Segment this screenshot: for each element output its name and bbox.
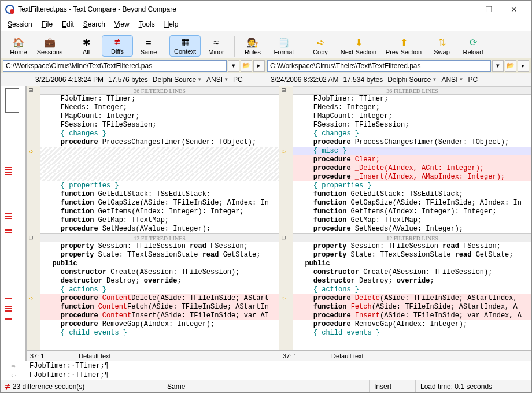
left-size: 17,576 bytes bbox=[108, 76, 148, 84]
code-line[interactable]: procedure Insert(ASide: TFileInSide; var… bbox=[293, 312, 531, 320]
code-line[interactable]: procedure Delete(ASide: TFileInSide; ASt… bbox=[293, 294, 531, 303]
next-section-button[interactable]: ⬇Next Section bbox=[336, 36, 381, 57]
reload-button[interactable]: ⟳Reload bbox=[457, 36, 489, 57]
code-line[interactable]: function GetEditStack: TSsEditStack; bbox=[293, 190, 531, 199]
right-lang-dropdown[interactable]: Delphi Source▼ bbox=[387, 76, 437, 84]
swap-icon: ⇅ bbox=[438, 38, 446, 48]
code-line[interactable]: { changes } bbox=[293, 129, 531, 138]
code-line[interactable]: procedure RemoveGap(AIndex: Integer); bbox=[40, 320, 279, 329]
code-line[interactable]: function Fetch(ASide: TFileInSide; AStar… bbox=[293, 303, 531, 312]
code-line[interactable]: { misc } bbox=[293, 147, 531, 155]
status-bar: ≠23 difference section(s) Same Insert Lo… bbox=[1, 380, 531, 392]
right-encoding-dropdown[interactable]: ANSI▼ bbox=[441, 76, 463, 84]
menu-file[interactable]: File bbox=[38, 19, 56, 29]
right-open-button[interactable]: ▸ bbox=[518, 60, 529, 72]
code-line[interactable]: constructor Create(ASession: TFileSessio… bbox=[293, 268, 531, 277]
left-browse-button[interactable]: 📂 bbox=[241, 60, 252, 72]
thumbnail-overview[interactable] bbox=[1, 86, 26, 361]
code-line[interactable]: { properties } bbox=[40, 181, 279, 190]
format-button[interactable]: 🗒️Format bbox=[268, 36, 300, 57]
filtered-lines-banner[interactable]: 12 FILTERED LINES bbox=[293, 233, 531, 242]
minimize-button[interactable]: — bbox=[450, 1, 476, 17]
menu-edit[interactable]: Edit bbox=[58, 19, 77, 29]
filtered-lines-banner[interactable]: 36 FILTERED LINES bbox=[40, 86, 279, 95]
code-line[interactable]: procedure ProcessChangesTimer(Sender: TO… bbox=[293, 138, 531, 147]
code-line[interactable]: FJobTimer: TTimer; bbox=[293, 95, 531, 103]
code-line[interactable]: destructor Destroy; override; bbox=[40, 277, 279, 286]
expand-icon[interactable]: ⊟ bbox=[282, 233, 286, 242]
code-line[interactable]: FJobTimer: TTimer; bbox=[40, 95, 279, 103]
left-encoding-dropdown[interactable]: ANSI▼ bbox=[206, 76, 228, 84]
code-line[interactable]: function GetMap: TTextMap; bbox=[40, 216, 279, 225]
code-line[interactable]: function ContentFetch(ASide: TFileInSide… bbox=[40, 303, 279, 312]
prev-section-button[interactable]: ⬆Prev Section bbox=[381, 36, 426, 57]
code-line[interactable]: FSession: TFileSession; bbox=[40, 121, 279, 129]
code-line[interactable]: property State: TTextSessionState read G… bbox=[40, 251, 279, 259]
left-code[interactable]: ⊟ ➪ ⊟ ➪ 36 FILTERED LINES FJobTimer: TTi… bbox=[27, 86, 279, 350]
right-browse-button[interactable]: 📂 bbox=[505, 60, 516, 72]
sessions-button[interactable]: 💼Sessions bbox=[34, 36, 65, 57]
code-line[interactable]: public bbox=[293, 259, 531, 268]
code-line[interactable]: property State: TTextSessionState read G… bbox=[293, 251, 531, 259]
code-line[interactable]: FMapCount: Integer; bbox=[293, 112, 531, 121]
menu-tools[interactable]: Tools bbox=[135, 19, 158, 29]
menu-session[interactable]: Session bbox=[4, 19, 36, 29]
rules-button[interactable]: 🧑‍⚖️Rules bbox=[237, 36, 268, 57]
code-line[interactable]: property Session: TFileSession read FSes… bbox=[40, 242, 279, 251]
code-line[interactable]: procedure _Insert(AIndex, AMapIndex: Int… bbox=[293, 173, 531, 181]
code-line[interactable]: FNeeds: Integer; bbox=[293, 103, 531, 112]
expand-icon[interactable]: ⊟ bbox=[29, 86, 33, 95]
code-line[interactable]: FNeeds: Integer; bbox=[40, 103, 279, 112]
code-line[interactable]: property Session: TFileSession read FSes… bbox=[293, 242, 531, 251]
menu-help[interactable]: Help bbox=[161, 19, 182, 29]
code-line[interactable]: { actions } bbox=[293, 286, 531, 294]
code-line[interactable]: { properties } bbox=[293, 181, 531, 190]
left-open-button[interactable]: ▸ bbox=[253, 60, 265, 72]
home-button[interactable]: 🏠Home bbox=[3, 36, 34, 57]
code-line[interactable]: procedure ContentDelete(ASide: TFileInSi… bbox=[40, 294, 279, 303]
code-line[interactable]: function GetGapSize(ASide: TFileInSide; … bbox=[40, 199, 279, 207]
same-button[interactable]: =Same bbox=[133, 36, 164, 57]
copy-button[interactable]: ➪Copy bbox=[305, 36, 336, 57]
code-line[interactable]: FSession: TFileSession; bbox=[293, 121, 531, 129]
diffs-button[interactable]: ≠Diffs bbox=[102, 35, 133, 57]
code-line[interactable]: function GetEditStack: TSsEditStack; bbox=[40, 190, 279, 199]
swap-button[interactable]: ⇅Swap bbox=[426, 36, 457, 57]
code-line[interactable]: procedure SetNeeds(AValue: Integer); bbox=[40, 225, 279, 233]
code-line[interactable]: procedure ContentInsert(ASide: TFileInSi… bbox=[40, 312, 279, 320]
minor-button[interactable]: ≈Minor bbox=[201, 36, 232, 57]
code-line[interactable]: { child events } bbox=[40, 329, 279, 338]
close-button[interactable]: ✕ bbox=[501, 1, 527, 17]
right-code[interactable]: ⊟ ➪ ⊟ ➪ 36 FILTERED LINES FJobTimer: TTi… bbox=[279, 86, 531, 350]
code-line[interactable]: { actions } bbox=[40, 286, 279, 294]
code-line[interactable]: { child events } bbox=[293, 329, 531, 338]
code-line[interactable]: procedure SetNeeds(AValue: Integer); bbox=[293, 225, 531, 233]
menu-search[interactable]: Search bbox=[80, 19, 109, 29]
code-line[interactable]: procedure Clear; bbox=[293, 155, 531, 164]
code-line[interactable]: destructor Destroy; override; bbox=[293, 277, 531, 286]
expand-icon[interactable]: ⊟ bbox=[29, 233, 33, 242]
left-lang-dropdown[interactable]: Delphi Source▼ bbox=[153, 76, 202, 84]
code-line[interactable]: constructor Create(ASession: TFileSessio… bbox=[40, 268, 279, 277]
code-line[interactable]: function GetItems(AIndex: Integer): Inte… bbox=[40, 207, 279, 216]
code-line[interactable]: FMapCount: Integer; bbox=[40, 112, 279, 121]
code-line[interactable]: procedure _Delete(AIndex, ACnt: Integer)… bbox=[293, 164, 531, 173]
filtered-lines-banner[interactable]: 36 FILTERED LINES bbox=[293, 86, 531, 95]
maximize-button[interactable]: ☐ bbox=[476, 1, 501, 17]
code-line[interactable]: function GetMap: TTextMap; bbox=[293, 216, 531, 225]
left-path-dropdown[interactable]: ▾ bbox=[228, 60, 239, 72]
code-line[interactable]: function GetGapSize(ASide: TFileInSide; … bbox=[293, 199, 531, 207]
all-button[interactable]: ✱All bbox=[71, 36, 102, 57]
left-path-input[interactable] bbox=[3, 60, 227, 72]
right-path-dropdown[interactable]: ▾ bbox=[492, 60, 504, 72]
menu-view[interactable]: View bbox=[111, 19, 133, 29]
code-line[interactable]: procedure ProcessChangesTimer(Sender: TO… bbox=[40, 138, 279, 147]
code-line[interactable]: function GetItems(AIndex: Integer): Inte… bbox=[293, 207, 531, 216]
filtered-lines-banner[interactable]: 12 FILTERED LINES bbox=[40, 233, 279, 242]
code-line[interactable]: public bbox=[40, 259, 279, 268]
expand-icon[interactable]: ⊟ bbox=[282, 86, 286, 95]
context-button[interactable]: ▦Context bbox=[169, 35, 201, 57]
code-line[interactable]: procedure RemoveGap(AIndex: Integer); bbox=[293, 320, 531, 329]
code-line[interactable]: { changes } bbox=[40, 129, 279, 138]
right-path-input[interactable] bbox=[267, 60, 491, 72]
